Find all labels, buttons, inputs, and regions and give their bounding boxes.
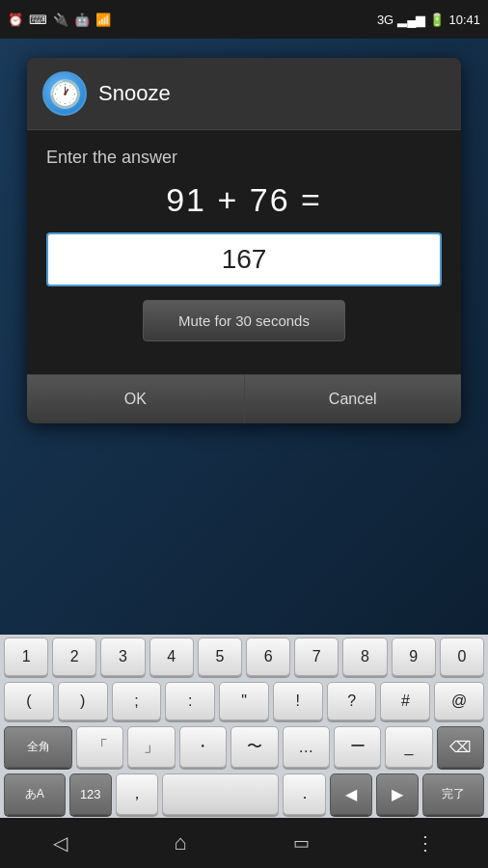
math-equation: 91 + 76 = — [46, 181, 442, 219]
bottom-nav: ◁ ⌂ ▭ ⋮ — [0, 818, 488, 868]
keyboard: 1 2 3 4 5 6 7 8 9 0 ( ) ; : " ! ? # @ 全角… — [0, 635, 488, 818]
key-exclaim[interactable]: ! — [273, 682, 323, 720]
key-lbracket-j[interactable]: 「 — [76, 726, 123, 768]
keyboard-row-japanese: 全角 「 」 ・ 〜 … ー _ ⌫ — [0, 723, 488, 771]
keyboard-icon: ⌨ — [29, 13, 47, 27]
answer-input[interactable] — [46, 232, 442, 286]
key-question[interactable]: ? — [327, 682, 377, 720]
alarm-icon: ⏰ — [8, 13, 23, 27]
android-icon: 🤖 — [74, 13, 90, 27]
key-dash-j[interactable]: ー — [334, 726, 381, 768]
cancel-button[interactable]: Cancel — [245, 375, 462, 423]
clock-icon: 🕐 — [42, 71, 87, 116]
key-7[interactable]: 7 — [294, 637, 339, 676]
key-left[interactable]: ◀ — [330, 773, 372, 815]
key-2[interactable]: 2 — [52, 637, 96, 676]
key-0[interactable]: 0 — [440, 637, 484, 676]
clock: 10:41 — [448, 13, 480, 27]
snooze-dialog: 🕐 Snooze Enter the answer 91 + 76 = Mute… — [27, 58, 461, 423]
dialog-title: Snooze — [98, 81, 171, 106]
key-at[interactable]: @ — [434, 682, 484, 720]
keyboard-row-bottom: あA 123 ， ． ◀ ▶ 完了 — [0, 771, 488, 818]
dialog-body: Enter the answer 91 + 76 = Mute for 30 s… — [27, 130, 461, 374]
key-kanryo[interactable]: 完了 — [422, 773, 484, 815]
status-right: 3G ▂▄▆ 🔋 10:41 — [377, 13, 480, 27]
menu-button[interactable]: ⋮ — [416, 831, 435, 854]
key-dot-j[interactable]: ・ — [179, 726, 227, 768]
key-5[interactable]: 5 — [198, 637, 242, 676]
key-8[interactable]: 8 — [342, 637, 387, 676]
key-1[interactable]: 1 — [4, 637, 48, 676]
dialog-action-buttons: OK Cancel — [27, 374, 461, 423]
space-key[interactable] — [162, 773, 279, 815]
mute-button[interactable]: Mute for 30 seconds — [143, 300, 345, 341]
home-button[interactable]: ⌂ — [174, 830, 186, 855]
key-lparen[interactable]: ( — [4, 682, 54, 720]
key-tilde-j[interactable]: 〜 — [230, 726, 278, 768]
key-quote[interactable]: " — [219, 682, 269, 720]
key-zenkaku[interactable]: 全角 — [4, 726, 72, 768]
dialog-header: 🕐 Snooze — [27, 58, 461, 130]
status-bar: ⏰ ⌨ 🔌 🤖 📶 3G ▂▄▆ 🔋 10:41 — [0, 0, 488, 39]
key-semicolon[interactable]: ; — [112, 682, 162, 720]
key-rbracket-j[interactable]: 」 — [127, 726, 175, 768]
recent-button[interactable]: ▭ — [293, 832, 310, 854]
prompt-label: Enter the answer — [46, 148, 442, 168]
back-button[interactable]: ◁ — [53, 831, 68, 854]
key-period-j[interactable]: ． — [283, 773, 325, 815]
wifi-icon: 📶 — [95, 13, 111, 27]
backspace-key[interactable]: ⌫ — [437, 726, 484, 768]
key-ellipsis-j[interactable]: … — [283, 726, 330, 768]
key-123[interactable]: 123 — [69, 773, 112, 815]
battery-icon: 🔋 — [429, 13, 445, 27]
key-comma-j[interactable]: ， — [116, 773, 158, 815]
key-6[interactable]: 6 — [246, 637, 290, 676]
key-9[interactable]: 9 — [392, 637, 436, 676]
key-colon[interactable]: : — [165, 682, 215, 720]
key-hash[interactable]: # — [380, 682, 430, 720]
key-4[interactable]: 4 — [149, 637, 194, 676]
keyboard-row-numbers: 1 2 3 4 5 6 7 8 9 0 — [0, 635, 488, 679]
key-rparen[interactable]: ) — [58, 682, 108, 720]
key-3[interactable]: 3 — [100, 637, 145, 676]
signal-bars: ▂▄▆ — [397, 13, 425, 27]
key-aja[interactable]: あA — [4, 773, 66, 815]
key-underscore[interactable]: _ — [385, 726, 432, 768]
ok-button[interactable]: OK — [27, 375, 245, 423]
network-indicator: 3G — [377, 13, 393, 27]
status-icons: ⏰ ⌨ 🔌 🤖 📶 — [8, 13, 111, 27]
key-right[interactable]: ▶ — [376, 773, 419, 815]
usb-icon: 🔌 — [53, 13, 68, 27]
keyboard-row-symbols: ( ) ; : " ! ? # @ — [0, 679, 488, 723]
